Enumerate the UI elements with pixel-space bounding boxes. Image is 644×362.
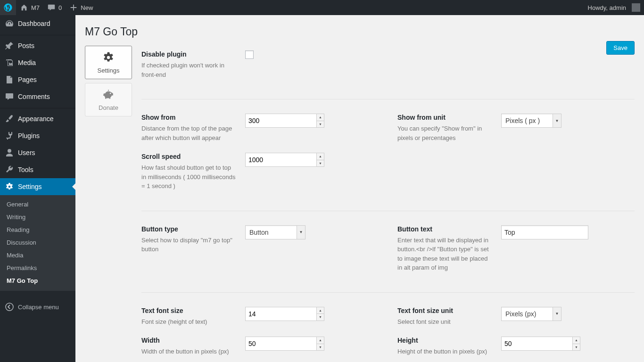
scroll-speed-label: Scroll speed bbox=[141, 153, 236, 160]
main-content[interactable]: M7 Go Top Settings Donate Save bbox=[75, 15, 644, 362]
sidebar-label: Appearance bbox=[18, 115, 54, 123]
chevron-down-icon[interactable]: ▼ bbox=[553, 114, 561, 127]
sidebar-item-plugins[interactable]: Plugins bbox=[0, 127, 75, 144]
font-size-label: Text font size bbox=[141, 307, 236, 314]
submenu-writing[interactable]: Writing bbox=[0, 211, 75, 223]
wrench-icon bbox=[5, 165, 14, 174]
sidebar-item-users[interactable]: Users bbox=[0, 144, 75, 161]
toolbar-comments[interactable]: 0 bbox=[43, 0, 66, 15]
sidebar-label: Posts bbox=[18, 42, 34, 49]
disable-plugin-label: Disable plugin bbox=[141, 50, 236, 58]
show-from-label: Show from bbox=[141, 114, 236, 121]
tab-label: Donate bbox=[99, 104, 118, 111]
spinner-down-icon[interactable]: ▼ bbox=[573, 344, 580, 351]
chevron-down-icon[interactable]: ▼ bbox=[297, 226, 305, 239]
font-size-unit-desc: Select font size unit bbox=[397, 317, 492, 327]
spinner-up-icon[interactable]: ▲ bbox=[317, 114, 324, 121]
sidebar-label: Tools bbox=[18, 166, 33, 173]
submenu-m7-go-top[interactable]: M7 Go Top bbox=[0, 274, 75, 287]
sidebar-submenu-settings: General Writing Reading Discussion Media… bbox=[0, 195, 75, 291]
sidebar-item-pages[interactable]: Pages bbox=[0, 71, 75, 88]
height-input[interactable]: ▲▼ bbox=[501, 337, 580, 351]
spinner-up-icon[interactable]: ▲ bbox=[573, 337, 580, 344]
scroll-speed-desc: How fast should button get to top in mil… bbox=[141, 163, 236, 191]
home-icon bbox=[20, 3, 28, 12]
chat-icon bbox=[5, 92, 14, 101]
submenu-permalinks[interactable]: Permalinks bbox=[0, 262, 75, 274]
font-size-unit-select[interactable]: Pixels (px) ▼ bbox=[501, 307, 561, 321]
button-text-input[interactable] bbox=[501, 225, 588, 239]
font-size-field[interactable] bbox=[246, 307, 316, 321]
show-from-desc: Distance from the top of the page after … bbox=[141, 124, 236, 142]
button-text-desc: Enter text that will be displayed in but… bbox=[397, 236, 492, 272]
gear-icon bbox=[5, 182, 14, 191]
show-from-unit-desc: You can specify "Show from" in pixels or… bbox=[397, 124, 492, 142]
font-size-unit-label: Text font size unit bbox=[397, 307, 492, 314]
toolbar-new-label: New bbox=[81, 4, 93, 11]
sidebar-item-comments[interactable]: Comments bbox=[0, 88, 75, 105]
toolbar-wp-logo[interactable] bbox=[0, 0, 16, 15]
sidebar-label: Media bbox=[18, 59, 36, 66]
user-icon bbox=[5, 148, 14, 157]
submenu-media[interactable]: Media bbox=[0, 249, 75, 262]
button-type-select[interactable]: Button ▼ bbox=[245, 225, 305, 239]
avatar bbox=[632, 3, 640, 12]
sidebar-item-dashboard[interactable]: Dashboard bbox=[0, 15, 75, 32]
show-from-input[interactable]: ▲▼ bbox=[245, 114, 324, 128]
sidebar-label: Plugins bbox=[18, 132, 40, 140]
toolbar-site-link[interactable]: M7 bbox=[16, 0, 43, 15]
show-from-unit-select[interactable]: Pixels ( px ) ▼ bbox=[501, 114, 561, 128]
spinner-down-icon[interactable]: ▼ bbox=[317, 121, 324, 128]
pages-icon bbox=[5, 75, 14, 84]
spinner-down-icon[interactable]: ▼ bbox=[317, 313, 324, 321]
admin-sidebar: Dashboard Posts Media Pages Comments App… bbox=[0, 15, 75, 362]
toolbar-site-name: M7 bbox=[31, 4, 40, 11]
font-size-input[interactable]: ▲▼ bbox=[245, 307, 324, 321]
sidebar-label: Pages bbox=[18, 76, 37, 83]
show-from-field[interactable] bbox=[246, 114, 316, 127]
width-desc: Width of the button in pixels (px) bbox=[141, 347, 236, 356]
width-input[interactable]: ▲▼ bbox=[245, 337, 324, 351]
pin-icon bbox=[5, 41, 14, 50]
sidebar-item-settings[interactable]: Settings bbox=[0, 178, 75, 195]
spinner-down-icon[interactable]: ▼ bbox=[317, 160, 324, 167]
chevron-down-icon[interactable]: ▼ bbox=[553, 307, 561, 321]
show-from-unit-label: Show from unit bbox=[397, 114, 492, 121]
button-type-label: Button type bbox=[141, 225, 236, 233]
spinner-down-icon[interactable]: ▼ bbox=[317, 344, 324, 351]
spinner-up-icon[interactable]: ▲ bbox=[317, 153, 324, 160]
select-value: Pixels ( px ) bbox=[502, 114, 553, 127]
toolbar-comment-count: 0 bbox=[58, 4, 62, 11]
sidebar-label: Comments bbox=[18, 93, 50, 100]
sidebar-item-media[interactable]: Media bbox=[0, 54, 75, 71]
sidebar-item-appearance[interactable]: Appearance bbox=[0, 108, 75, 127]
sidebar-item-posts[interactable]: Posts bbox=[0, 35, 75, 54]
select-value: Button bbox=[246, 226, 297, 239]
scroll-speed-field[interactable] bbox=[246, 153, 316, 166]
dashboard-icon bbox=[5, 19, 14, 28]
button-text-label: Button text bbox=[397, 225, 492, 233]
submenu-general[interactable]: General bbox=[0, 198, 75, 211]
toolbar-new[interactable]: New bbox=[66, 0, 97, 15]
collapse-menu[interactable]: Collapse menu bbox=[0, 297, 75, 316]
submenu-reading[interactable]: Reading bbox=[0, 223, 75, 236]
tab-donate[interactable]: Donate bbox=[85, 83, 132, 116]
disable-plugin-desc: If checked plugin won't work in front-en… bbox=[141, 61, 236, 79]
brush-icon bbox=[5, 114, 14, 123]
save-button[interactable]: Save bbox=[606, 41, 635, 55]
scroll-speed-input[interactable]: ▲▼ bbox=[245, 153, 324, 167]
width-label: Width bbox=[141, 337, 236, 344]
plug-icon bbox=[5, 131, 14, 140]
disable-plugin-checkbox[interactable] bbox=[245, 50, 254, 59]
tab-settings[interactable]: Settings bbox=[85, 46, 132, 79]
submenu-discussion[interactable]: Discussion bbox=[0, 236, 75, 249]
width-field[interactable] bbox=[246, 337, 316, 350]
wordpress-icon bbox=[4, 3, 12, 12]
toolbar-account[interactable]: Howdy, admin bbox=[584, 0, 644, 15]
spinner-up-icon[interactable]: ▲ bbox=[317, 337, 324, 344]
toolbar-howdy: Howdy, admin bbox=[588, 4, 626, 11]
sidebar-item-tools[interactable]: Tools bbox=[0, 161, 75, 178]
spinner-up-icon[interactable]: ▲ bbox=[317, 307, 324, 314]
height-field[interactable] bbox=[502, 337, 572, 350]
button-type-desc: Select how to display "m7 go top" button bbox=[141, 236, 236, 254]
